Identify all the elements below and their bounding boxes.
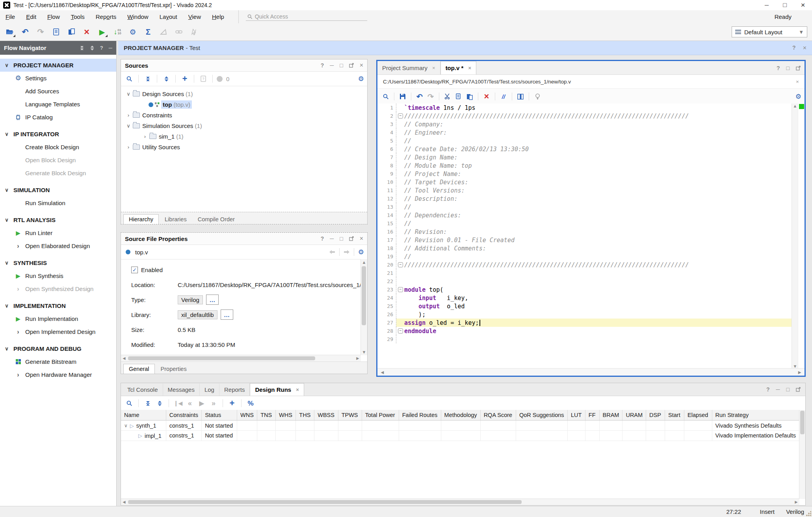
column-header-lut[interactable]: LUT (567, 410, 585, 421)
help-icon[interactable]: ? (792, 44, 796, 52)
undo-icon[interactable]: ↶ (414, 91, 425, 102)
flow-nav-item-generate-bitstream[interactable]: Generate Bitstream (0, 355, 116, 368)
code-line-12[interactable]: 12// Description: (377, 195, 792, 203)
sources-settings-gear-icon[interactable]: ⚙ (358, 76, 364, 82)
paste-icon[interactable] (465, 91, 475, 102)
run-row-impl-1[interactable]: ▷impl_1constrs_1Not startedVivado Implem… (121, 431, 799, 441)
editor-horizontal-scrollbar[interactable]: ◄► (377, 368, 805, 376)
flow-nav-item-open-implemented-design[interactable]: ›Open Implemented Design (0, 325, 116, 338)
code-line-29[interactable]: 29 (377, 335, 792, 343)
bottom-tab-tcl-console[interactable]: Tcl Console (123, 384, 163, 396)
delete-icon[interactable]: × (481, 91, 492, 102)
column-header-ths[interactable]: THS (296, 410, 314, 421)
menu-help[interactable]: Help (206, 10, 230, 23)
column-header-status[interactable]: Status (202, 410, 237, 421)
cut-icon[interactable] (442, 91, 453, 102)
collapse-all-icon[interactable] (80, 46, 84, 50)
bottom-tab-reports[interactable]: Reports (219, 384, 250, 396)
float-panel-icon[interactable] (349, 236, 354, 241)
chevron-down-icon[interactable]: ∨ (0, 260, 13, 266)
copy-icon[interactable] (453, 91, 464, 102)
search-icon[interactable] (381, 91, 391, 102)
close-button[interactable]: × (794, 0, 812, 10)
chevron-down-icon[interactable]: ∨ (0, 346, 13, 352)
tree-item-design-sources[interactable]: ∨Design Sources (1) (121, 89, 367, 99)
maximize-panel-icon[interactable]: □ (786, 65, 790, 71)
selected-tree-label[interactable]: top (top.v) (161, 100, 192, 109)
maximize-button[interactable]: □ (776, 0, 794, 10)
column-header-methodology[interactable]: Methodology (441, 410, 480, 421)
generate-bitstream-icon-button[interactable]: ↓0110 (112, 26, 123, 38)
minimize-button[interactable]: ─ (758, 0, 776, 10)
menu-tools[interactable]: Tools (65, 10, 90, 23)
code-line-15[interactable]: 15// (377, 219, 792, 228)
menu-layout[interactable]: Layout (154, 10, 183, 23)
column-header-rqa-score[interactable]: RQA Score (480, 410, 516, 421)
save-icon[interactable] (398, 91, 408, 102)
code-line-10[interactable]: 10// Target Devices: (377, 178, 792, 186)
resize-grip[interactable] (806, 511, 811, 517)
menu-reports[interactable]: Reports (90, 10, 122, 23)
chevron-down-icon[interactable]: ∨ (0, 187, 13, 193)
code-line-18[interactable]: 18// Additional Comments: (377, 244, 792, 252)
minimize-panel-icon[interactable]: ─ (330, 62, 334, 69)
flow-nav-item-add-sources[interactable]: Add Sources (0, 85, 116, 98)
code-line-20[interactable]: 20−/////////////////////////////////////… (377, 261, 792, 269)
properties-vertical-scrollbar[interactable]: ▲ ▼ (360, 259, 367, 355)
maximize-panel-icon[interactable]: □ (340, 235, 343, 242)
column-header-whs[interactable]: WHS (276, 410, 296, 421)
tree-item-simulation-sources[interactable]: ∨Simulation Sources (1) (121, 120, 367, 131)
chevron-right-icon[interactable]: › (125, 144, 132, 150)
code-line-7[interactable]: 7// Design Name: (377, 153, 792, 161)
column-header-ff[interactable]: FF (585, 410, 599, 421)
column-header-elapsed[interactable]: Elapsed (684, 410, 712, 421)
menu-file[interactable]: File (0, 10, 20, 23)
column-header-name[interactable]: Name (121, 410, 166, 421)
bottom-tab-messages[interactable]: Messages (163, 384, 200, 396)
help-icon[interactable]: ? (777, 65, 780, 71)
enabled-checkbox[interactable]: ✓ (131, 267, 138, 273)
fold-marker-close[interactable]: − (398, 328, 403, 334)
code-line-11[interactable]: 11// Tool Versions: (377, 186, 792, 195)
tree-item-sim-1[interactable]: ›sim_1 (1) (121, 131, 367, 142)
design-runs-vertical-scrollbar[interactable] (799, 410, 805, 499)
flow-nav-section-program-and-debug[interactable]: ∨PROGRAM AND DEBUG (0, 342, 116, 355)
expand-all-icon[interactable] (161, 73, 171, 85)
properties-gear-icon[interactable]: ⚙ (358, 249, 364, 256)
column-header-bram[interactable]: BRAM (599, 410, 622, 421)
code-area[interactable]: 1`timescale 1ns / 1ps2−/////////////////… (377, 104, 792, 369)
toggle-comment-icon[interactable]: // (498, 91, 509, 102)
code-line-27[interactable]: 27assign o_led = i_key; (377, 319, 792, 327)
flow-nav-item-run-synthesis[interactable]: ▶Run Synthesis (0, 269, 116, 282)
code-line-22[interactable]: 22 (377, 277, 792, 285)
undo-button[interactable]: ↶ (20, 26, 30, 38)
fold-marker-close[interactable]: − (398, 262, 403, 267)
search-icon[interactable] (124, 73, 134, 85)
quick-access-input[interactable]: Quick Access (246, 13, 367, 21)
column-header-run-strategy[interactable]: Run Strategy (712, 410, 799, 421)
column-header-tpws[interactable]: TPWS (338, 410, 362, 421)
code-line-5[interactable]: 5// (377, 137, 792, 145)
float-panel-icon[interactable] (349, 63, 354, 68)
tree-item-top[interactable]: top (top.v) (121, 99, 367, 110)
minimize-panel-icon[interactable]: ─ (109, 45, 112, 51)
layout-selector[interactable]: Default Layout ▼ (732, 26, 807, 37)
flow-nav-section-rtl-analysis[interactable]: ∨RTL ANALYSIS (0, 213, 116, 226)
fold-marker-open[interactable]: − (398, 113, 403, 119)
column-header-dsp[interactable]: DSP (646, 410, 665, 421)
chevron-down-icon[interactable]: ∨ (125, 91, 132, 97)
float-panel-icon[interactable] (796, 66, 801, 70)
design-runs-horizontal-scrollbar[interactable]: ◄► (121, 498, 799, 505)
tree-item-utility-sources[interactable]: ›Utility Sources (121, 142, 367, 152)
code-line-28[interactable]: 28−endmodule (377, 327, 792, 335)
code-line-19[interactable]: 19// (377, 252, 792, 261)
help-icon[interactable]: ? (321, 235, 324, 242)
expand-all-icon[interactable] (154, 397, 165, 409)
flow-nav-item-run-implementation[interactable]: ▶Run Implementation (0, 312, 116, 325)
percent-utilization-icon[interactable]: % (245, 397, 256, 409)
column-header-total-power[interactable]: Total Power (362, 410, 399, 421)
properties-horizontal-scrollbar[interactable]: ◄► (121, 355, 361, 361)
bottom-tab-design-runs[interactable]: Design Runs× (250, 383, 304, 396)
flow-nav-section-project-manager[interactable]: ∨PROJECT MANAGER (0, 59, 116, 72)
flow-nav-item-language-templates[interactable]: Language Templates (0, 98, 116, 111)
